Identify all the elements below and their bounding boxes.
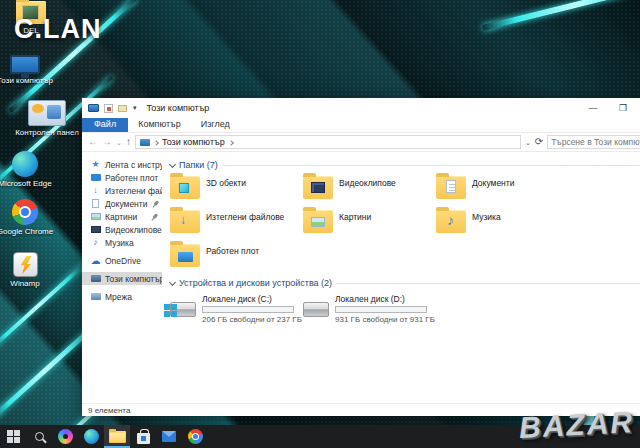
window-title: Този компютър (147, 103, 210, 113)
edge-icon (12, 151, 38, 177)
film-icon (311, 182, 325, 193)
watermark-bazar: BAZAR (518, 405, 635, 445)
music-icon: ♪ (93, 238, 98, 247)
search-box[interactable] (547, 135, 640, 149)
nav-item-pictures[interactable]: Картини (82, 210, 162, 223)
drive-tile-d[interactable]: Локален диск (D:) 931 ГБ свободни от 931… (303, 294, 436, 324)
folder-tile-desktop[interactable]: Работен плот (170, 244, 303, 270)
documents-icon (92, 199, 99, 208)
tab-file[interactable]: Файл (82, 117, 128, 132)
cortana-icon (58, 429, 73, 444)
pictures-icon (91, 213, 101, 220)
drive-usage-bar (202, 306, 294, 313)
network-icon (91, 293, 101, 300)
search-icon (35, 432, 44, 441)
downloads-icon: ↓ (93, 186, 98, 195)
desktop-icon-label: Контролен панел (15, 128, 79, 137)
tab-computer[interactable]: Компютър (128, 117, 191, 132)
onedrive-cloud-icon: ☁ (91, 256, 101, 266)
watermark-clan: C.LAN (14, 14, 102, 45)
breadcrumb-chevron-icon (153, 140, 159, 146)
this-pc-icon (91, 275, 101, 282)
windows-logo-icon (7, 430, 20, 443)
taskbar-chrome-button[interactable] (182, 425, 208, 448)
minimize-button[interactable]: — (578, 98, 608, 118)
window-body: ★ Лента с инструменти Работен плот ↓ Изт… (82, 152, 640, 403)
taskbar-search-button[interactable] (26, 425, 52, 448)
drives-grid: Локален диск (C:) 206 ГБ свободни от 237… (170, 294, 640, 324)
qat-dropdown-icon[interactable]: ▾ (133, 104, 137, 112)
taskbar-cortana-button[interactable] (52, 425, 78, 448)
winamp-icon (13, 252, 38, 277)
folder-icon: ♪ (436, 210, 466, 233)
up-icon[interactable]: ↑ (126, 137, 131, 147)
nav-item-this-pc[interactable]: Този компютър (82, 272, 162, 285)
folder-tile-downloads[interactable]: ↓ Изтеглени файлове (170, 210, 303, 236)
folder-icon (436, 176, 466, 199)
folder-icon (303, 210, 333, 233)
folder-tile-3d-objects[interactable]: 3D обекти (170, 176, 303, 202)
this-pc-icon (10, 55, 40, 74)
quick-access-toolbar: ▾ (88, 104, 137, 113)
item-count: 9 елемента (88, 406, 130, 415)
taskbar-mail-button[interactable] (156, 425, 182, 448)
nav-item-videos[interactable]: Видеоклипове (82, 223, 162, 236)
nav-item-quick-access[interactable]: ★ Лента с инструменти (82, 158, 162, 171)
taskbar-store-button[interactable] (130, 425, 156, 448)
taskbar-file-explorer-button[interactable] (104, 425, 130, 448)
nav-item-documents[interactable]: Документи (82, 197, 162, 210)
nav-item-downloads[interactable]: ↓ Изтеглени файл (82, 184, 162, 197)
taskbar-edge-button[interactable] (78, 425, 104, 448)
navigation-pane: ★ Лента с инструменти Работен плот ↓ Изт… (82, 152, 162, 403)
breadcrumb[interactable]: Този компютър (162, 137, 225, 147)
computer-icon[interactable] (88, 104, 99, 112)
folder-icon (170, 176, 200, 199)
folder-icon (303, 176, 333, 199)
control-panel-icon (28, 100, 66, 126)
explorer-window: ▾ Този компютър — ❐ Файл Компютър Изглед… (82, 98, 640, 416)
maximize-button[interactable]: ❐ (608, 98, 638, 118)
nav-item-music[interactable]: ♪ Музика (82, 236, 162, 249)
wallpaper-stripe (482, 0, 640, 31)
window-controls: — ❐ (578, 98, 638, 118)
start-button[interactable] (0, 425, 26, 448)
nav-item-onedrive[interactable]: ☁ OneDrive (82, 254, 162, 267)
folder-tile-videos[interactable]: Видеоклипове (303, 176, 436, 202)
back-icon[interactable]: ← (88, 137, 98, 147)
address-dropdown-icon[interactable]: ⌄ (525, 139, 531, 146)
desktop-icon-microsoft-edge[interactable]: Microsoft Edge (0, 151, 54, 188)
properties-icon[interactable] (104, 104, 113, 113)
refresh-icon[interactable]: ⟳ (535, 137, 543, 147)
document-icon (446, 180, 456, 193)
forward-icon[interactable]: → (102, 137, 112, 147)
search-input[interactable] (551, 137, 640, 147)
recent-locations-dropdown-icon[interactable]: ⌄ (116, 139, 122, 146)
pin-icon (150, 198, 161, 209)
tab-view[interactable]: Изглед (191, 117, 240, 132)
folder-tile-documents[interactable]: Документи (436, 176, 569, 202)
nav-item-network[interactable]: Мрежа (82, 290, 162, 303)
quick-access-star-icon: ★ (91, 160, 99, 169)
desktop-icon-winamp[interactable]: Winamp (0, 252, 54, 288)
new-folder-icon[interactable] (118, 105, 127, 112)
drive-tile-c[interactable]: Локален диск (C:) 206 ГБ свободни от 237… (170, 294, 303, 324)
desktop-screen-icon (178, 252, 193, 262)
breadcrumb-chevron-icon[interactable] (228, 140, 234, 146)
address-box[interactable]: Този компютър (135, 135, 521, 149)
microsoft-store-icon (137, 433, 150, 444)
folder-icon (170, 244, 200, 267)
folders-grid: 3D обекти Видеоклипове Документи ↓ Изтег… (170, 176, 640, 270)
desktop-icon (91, 174, 101, 181)
section-header-folders[interactable]: Папки (7) (170, 160, 640, 170)
section-header-devices[interactable]: Устройства и дискови устройства (2) (170, 278, 640, 288)
desktop-icon-control-panel[interactable]: Контролен панел (14, 100, 80, 137)
nav-item-desktop[interactable]: Работен плот (82, 171, 162, 184)
desktop-icon-google-chrome[interactable]: Google Chrome (0, 199, 54, 236)
desktop-icon-this-pc[interactable]: Този компютър (0, 55, 54, 85)
title-bar: ▾ Този компютър — ❐ (82, 98, 640, 118)
file-explorer-icon (109, 431, 126, 443)
folder-tile-music[interactable]: ♪ Музика (436, 210, 569, 236)
folder-tile-pictures[interactable]: Картини (303, 210, 436, 236)
ribbon-tabs: Файл Компютър Изглед (82, 118, 640, 133)
desktop: DEL Този компютър Контролен панел Micros… (0, 0, 640, 448)
